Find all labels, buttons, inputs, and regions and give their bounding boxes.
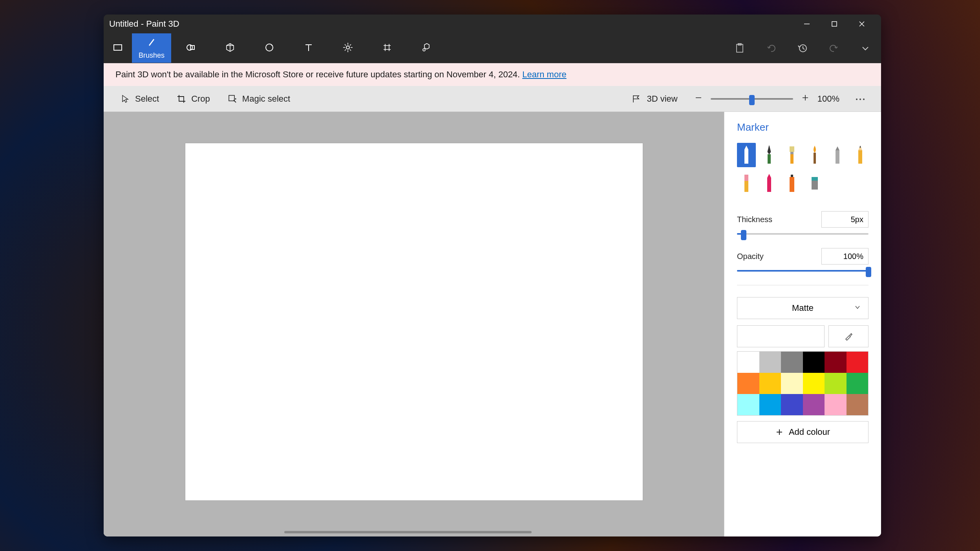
crop-tool[interactable]: Crop [168,86,219,111]
svg-rect-7 [737,44,743,52]
paste-button[interactable] [724,33,755,63]
workspace: Marker [104,112,881,536]
tab-canvas[interactable] [368,33,407,63]
menu-button[interactable] [104,33,132,63]
add-colour-button[interactable]: Add colour [737,421,868,443]
redo-button[interactable] [818,33,850,63]
minimize-button[interactable] [793,15,821,33]
color-swatch[interactable] [803,352,825,373]
color-swatch[interactable] [847,394,868,415]
select-tool[interactable]: Select [112,86,168,111]
undo-button[interactable] [755,33,787,63]
banner-text: Paint 3D won't be available in the Micro… [115,69,520,80]
brush-pixel-pen[interactable] [828,143,847,167]
chevron-down-icon [854,303,861,313]
crop-icon [176,94,186,104]
brush-picker [737,143,868,195]
color-swatch[interactable] [847,373,868,394]
side-panel: Marker [724,112,881,536]
color-swatch[interactable] [847,352,868,373]
brush-oil-brush[interactable] [783,143,801,167]
close-button[interactable] [848,15,876,33]
zoom-slider[interactable] [711,98,793,100]
cursor-icon [120,94,130,104]
tab-effects[interactable] [328,33,368,63]
toolbar: Select Crop Magic select 3D view 100% [104,86,881,112]
current-color-swatch[interactable] [737,325,825,347]
3d-view-toggle[interactable]: 3D view [622,94,686,104]
brush-icon [146,36,157,50]
thickness-input[interactable] [821,211,868,228]
svg-point-11 [856,99,858,100]
color-swatch[interactable] [825,394,847,415]
horizontal-scrollbar[interactable] [284,531,532,533]
paste-icon [734,43,745,54]
color-swatch[interactable] [737,373,759,394]
eyedropper-button[interactable] [828,325,868,347]
zoom-level: 100% [817,94,839,104]
svg-rect-23 [744,181,748,192]
zoom-in-button[interactable] [801,93,810,104]
brush-eraser[interactable] [737,171,756,195]
banner-learn-more-link[interactable]: Learn more [522,69,567,80]
canvas-icon [381,42,393,55]
opacity-input[interactable] [821,248,868,265]
svg-rect-18 [790,154,794,164]
color-swatch[interactable] [759,394,781,415]
svg-point-5 [346,46,349,49]
maximize-button[interactable] [821,15,848,33]
brush-calligraphy-pen[interactable] [760,143,779,167]
opacity-slider[interactable] [737,270,868,272]
zoom-out-button[interactable] [694,93,703,104]
tab-3d-shapes[interactable] [210,33,250,63]
app-window: Untitled - Paint 3D Brushes [104,15,881,536]
color-swatch[interactable] [781,373,803,394]
thickness-control: Thickness [737,211,868,235]
material-dropdown[interactable]: Matte [737,297,868,319]
opacity-control: Opacity [737,248,868,272]
tab-brushes[interactable]: Brushes [132,33,171,63]
color-swatch[interactable] [759,373,781,394]
color-swatch[interactable] [781,394,803,415]
color-swatch[interactable] [825,352,847,373]
titlebar: Untitled - Paint 3D [104,15,881,33]
tab-stickers[interactable] [250,33,289,63]
effects-icon [342,42,354,55]
svg-rect-0 [832,22,837,26]
expand-ribbon-button[interactable] [850,33,881,63]
thickness-slider[interactable] [737,233,868,235]
svg-rect-20 [836,150,839,164]
canvas-viewport[interactable] [104,112,724,536]
svg-rect-21 [858,150,862,164]
undo-icon [766,43,777,54]
svg-rect-19 [814,153,816,164]
brush-watercolor[interactable] [805,143,824,167]
svg-rect-1 [114,45,122,50]
tab-3d-library[interactable] [407,33,446,63]
color-swatch[interactable] [759,352,781,373]
brush-crayon[interactable] [760,171,779,195]
panel-heading: Marker [737,121,868,133]
brush-fill[interactable] [805,171,824,195]
color-swatch[interactable] [781,352,803,373]
color-swatch[interactable] [737,394,759,415]
brush-marker[interactable] [737,143,756,167]
more-options-button[interactable] [847,95,873,102]
color-swatch[interactable] [737,352,759,373]
color-swatch[interactable] [803,373,825,394]
tab-2d-shapes[interactable] [171,33,210,63]
brush-pencil[interactable] [851,143,870,167]
color-swatch[interactable] [825,373,847,394]
flag-icon [631,94,641,104]
tab-text[interactable] [289,33,328,63]
drawing-canvas[interactable] [185,143,643,500]
svg-point-6 [423,49,425,51]
svg-rect-28 [812,177,818,180]
eyedropper-icon [844,332,853,341]
svg-point-13 [863,99,865,100]
magic-select-tool[interactable]: Magic select [219,86,299,111]
brush-spray-can[interactable] [783,171,801,195]
history-button[interactable] [787,33,818,63]
color-swatch[interactable] [803,394,825,415]
svg-rect-25 [791,175,793,177]
